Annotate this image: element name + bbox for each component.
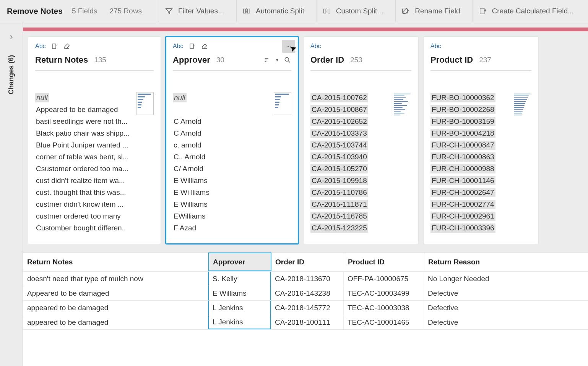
table-row[interactable]: Appeared to be damaged E Williams CA-201… — [23, 286, 588, 301]
svg-point-7 — [287, 46, 288, 47]
table-row[interactable]: doesn't need that type of mulch now S. K… — [23, 272, 588, 286]
svg-rect-2 — [323, 9, 326, 13]
field-count: 135 — [94, 56, 106, 64]
filter-icon — [164, 6, 174, 16]
sort-icon[interactable] — [263, 57, 271, 63]
field-title: Product ID — [430, 55, 473, 65]
fields-count: 5 Fields — [72, 7, 97, 15]
changes-label[interactable]: Changes (6) — [7, 55, 15, 94]
field-card-approver[interactable]: ➤ Abc Approver 30 — [166, 37, 298, 244]
col-header-approver[interactable]: Approver — [208, 253, 271, 271]
svg-rect-0 — [244, 9, 246, 13]
profile-cards-row: Abc Return Notes 135 null Appe — [23, 37, 588, 249]
col-header-return-notes[interactable]: Return Notes — [23, 253, 208, 271]
svg-rect-5 — [480, 8, 484, 14]
step-color-strip — [23, 28, 588, 31]
table-row[interactable]: appeared to be damaged L Jenkins CA-2018… — [23, 301, 588, 315]
custom-split-button[interactable]: Custom Split... — [317, 0, 389, 22]
calc-field-icon — [478, 6, 487, 16]
rows-count: 275 Rows — [109, 7, 142, 15]
distribution-bars — [394, 92, 411, 241]
field-card-order-id[interactable]: Abc Order ID 253 CA-2015-100762 CA-2015-… — [304, 37, 418, 244]
svg-rect-1 — [248, 9, 250, 13]
rename-icon — [401, 6, 410, 16]
field-title: Approver — [173, 55, 210, 65]
create-calc-field-button[interactable]: Create Calculated Field... — [473, 0, 579, 22]
type-abc-icon: Abc — [173, 43, 184, 50]
grid-header-row: Return Notes Approver Order ID Product I… — [23, 253, 588, 272]
col-header-return-reason[interactable]: Return Reason — [424, 253, 539, 271]
values-list[interactable]: CA-2015-100762 CA-2015-100867 CA-2015-10… — [310, 92, 390, 241]
group-icon[interactable] — [51, 43, 58, 50]
page-title: Remove Notes — [7, 6, 63, 16]
filter-values-button[interactable]: Filter Values... — [159, 0, 229, 22]
expand-sidebar-icon[interactable] — [9, 34, 14, 40]
field-count: 30 — [216, 56, 224, 64]
top-toolbar: Remove Notes 5 Fields 275 Rows Filter Va… — [0, 0, 588, 22]
field-count: 253 — [350, 56, 362, 64]
group-icon[interactable] — [189, 43, 196, 50]
svg-rect-3 — [328, 9, 330, 13]
values-list[interactable]: null Appeared to be damaged basil seedli… — [35, 92, 132, 241]
distribution-bars — [514, 92, 531, 241]
search-icon[interactable] — [284, 56, 291, 64]
rename-field-button[interactable]: Rename Field — [395, 0, 465, 22]
type-abc-icon: Abc — [310, 43, 321, 50]
table-row[interactable]: appeared to be damaged L Jenkins CA-2018… — [23, 315, 588, 330]
automatic-split-button[interactable]: Automatic Split — [236, 0, 310, 22]
values-list[interactable]: FUR-BO-10000362 FUR-BO-10002268 FUR-BO-1… — [430, 92, 510, 241]
svg-rect-10 — [190, 44, 193, 49]
type-abc-icon: Abc — [430, 43, 441, 50]
svg-point-9 — [290, 46, 291, 47]
svg-point-8 — [288, 46, 289, 47]
values-list[interactable]: null C Arnold C Arnold c. arnold C.. Arn… — [173, 92, 270, 241]
sort-dropdown-icon[interactable]: ▾ — [276, 57, 278, 63]
field-title: Return Notes — [35, 55, 88, 65]
field-count: 237 — [479, 56, 491, 64]
edit-icon[interactable] — [63, 43, 70, 50]
col-header-order-id[interactable]: Order ID — [271, 253, 344, 271]
edit-icon[interactable] — [201, 43, 208, 50]
svg-rect-6 — [52, 44, 56, 49]
card-menu-button[interactable] — [282, 40, 295, 53]
field-card-return-notes[interactable]: Abc Return Notes 135 null Appe — [28, 37, 161, 244]
split-auto-icon — [242, 6, 251, 16]
changes-sidebar: Changes (6) — [0, 22, 23, 366]
field-title: Order ID — [310, 55, 344, 65]
field-card-product-id[interactable]: Abc Product ID 237 FUR-BO-10000362 FUR-B… — [424, 37, 538, 244]
distribution-preview — [136, 92, 154, 115]
data-grid[interactable]: Return Notes Approver Order ID Product I… — [23, 252, 588, 366]
type-abc-icon: Abc — [35, 43, 46, 50]
split-custom-icon — [322, 6, 331, 16]
svg-point-11 — [285, 57, 289, 61]
col-header-product-id[interactable]: Product ID — [344, 253, 424, 271]
distribution-preview — [274, 92, 291, 115]
